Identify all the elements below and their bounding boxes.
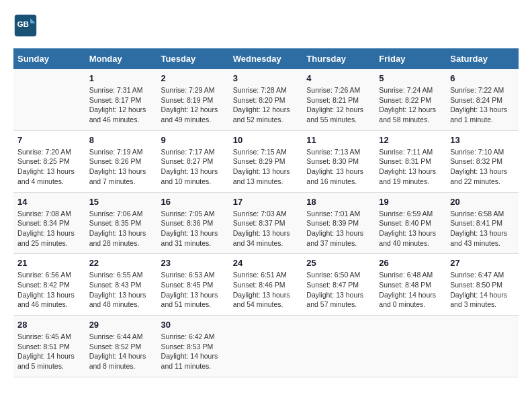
- day-cell: 19Sunrise: 6:59 AM Sunset: 8:40 PM Dayli…: [375, 192, 446, 254]
- day-cell: [375, 316, 446, 377]
- day-info: Sunrise: 7:01 AM Sunset: 8:39 PM Dayligh…: [306, 209, 371, 248]
- column-header-monday: Monday: [85, 48, 157, 69]
- day-number: 13: [450, 135, 515, 145]
- calendar-table: SundayMondayTuesdayWednesdayThursdayFrid…: [13, 48, 519, 377]
- day-info: Sunrise: 7:13 AM Sunset: 8:30 PM Dayligh…: [306, 147, 371, 187]
- day-info: Sunrise: 7:29 AM Sunset: 8:19 PM Dayligh…: [161, 85, 225, 125]
- day-info: Sunrise: 7:22 AM Sunset: 8:24 PM Dayligh…: [450, 85, 515, 125]
- day-cell: 14Sunrise: 7:08 AM Sunset: 8:34 PM Dayli…: [13, 192, 85, 254]
- day-cell: 17Sunrise: 7:03 AM Sunset: 8:37 PM Dayli…: [229, 192, 303, 254]
- day-cell: 11Sunrise: 7:13 AM Sunset: 8:30 PM Dayli…: [302, 130, 375, 192]
- day-cell: 13Sunrise: 7:10 AM Sunset: 8:32 PM Dayli…: [446, 130, 519, 192]
- day-number: 7: [17, 135, 81, 145]
- day-number: 1: [89, 73, 153, 83]
- header-row: SundayMondayTuesdayWednesdayThursdayFrid…: [13, 48, 519, 69]
- day-number: 23: [161, 258, 225, 268]
- day-cell: 3Sunrise: 7:28 AM Sunset: 8:20 PM Daylig…: [229, 69, 303, 130]
- day-number: 27: [450, 258, 515, 268]
- day-number: 12: [379, 135, 442, 145]
- day-info: Sunrise: 7:24 AM Sunset: 8:22 PM Dayligh…: [379, 85, 442, 125]
- day-number: 6: [450, 73, 515, 83]
- day-info: Sunrise: 7:08 AM Sunset: 8:34 PM Dayligh…: [17, 209, 81, 248]
- day-info: Sunrise: 6:59 AM Sunset: 8:40 PM Dayligh…: [379, 209, 442, 248]
- day-info: Sunrise: 7:11 AM Sunset: 8:31 PM Dayligh…: [379, 147, 442, 187]
- day-number: 8: [89, 135, 153, 145]
- day-info: Sunrise: 7:17 AM Sunset: 8:27 PM Dayligh…: [161, 147, 225, 187]
- day-number: 24: [233, 258, 299, 268]
- day-info: Sunrise: 7:03 AM Sunset: 8:37 PM Dayligh…: [233, 209, 299, 248]
- column-header-friday: Friday: [375, 48, 446, 69]
- day-cell: 8Sunrise: 7:19 AM Sunset: 8:26 PM Daylig…: [85, 130, 157, 192]
- day-number: 25: [306, 258, 371, 268]
- svg-text:GB: GB: [17, 19, 29, 28]
- day-number: 4: [306, 73, 371, 83]
- day-number: 15: [89, 197, 153, 207]
- week-row-4: 21Sunrise: 6:56 AM Sunset: 8:42 PM Dayli…: [13, 254, 519, 316]
- day-number: 16: [161, 197, 225, 207]
- day-number: 18: [306, 197, 371, 207]
- day-cell: 4Sunrise: 7:26 AM Sunset: 8:21 PM Daylig…: [302, 69, 375, 130]
- day-info: Sunrise: 7:10 AM Sunset: 8:32 PM Dayligh…: [450, 147, 515, 187]
- day-info: Sunrise: 6:56 AM Sunset: 8:42 PM Dayligh…: [17, 270, 81, 310]
- page-header: GB: [13, 13, 519, 38]
- day-info: Sunrise: 7:19 AM Sunset: 8:26 PM Dayligh…: [89, 147, 153, 187]
- day-cell: [13, 69, 85, 130]
- day-cell: [229, 316, 303, 377]
- day-info: Sunrise: 7:28 AM Sunset: 8:20 PM Dayligh…: [233, 85, 299, 125]
- day-cell: 12Sunrise: 7:11 AM Sunset: 8:31 PM Dayli…: [375, 130, 446, 192]
- day-info: Sunrise: 7:26 AM Sunset: 8:21 PM Dayligh…: [306, 85, 371, 125]
- day-cell: 15Sunrise: 7:06 AM Sunset: 8:35 PM Dayli…: [85, 192, 157, 254]
- day-number: 10: [233, 135, 299, 145]
- day-info: Sunrise: 7:20 AM Sunset: 8:25 PM Dayligh…: [17, 147, 81, 187]
- day-cell: 20Sunrise: 6:58 AM Sunset: 8:41 PM Dayli…: [446, 192, 519, 254]
- day-info: Sunrise: 6:51 AM Sunset: 8:46 PM Dayligh…: [233, 270, 299, 310]
- logo-icon: GB: [13, 13, 38, 38]
- week-row-3: 14Sunrise: 7:08 AM Sunset: 8:34 PM Dayli…: [13, 192, 519, 254]
- column-header-sunday: Sunday: [13, 48, 85, 69]
- day-number: 14: [17, 197, 81, 207]
- day-number: 20: [450, 197, 515, 207]
- day-cell: 5Sunrise: 7:24 AM Sunset: 8:22 PM Daylig…: [375, 69, 446, 130]
- week-row-5: 28Sunrise: 6:45 AM Sunset: 8:51 PM Dayli…: [13, 316, 519, 377]
- day-cell: 21Sunrise: 6:56 AM Sunset: 8:42 PM Dayli…: [13, 254, 85, 316]
- day-cell: 2Sunrise: 7:29 AM Sunset: 8:19 PM Daylig…: [157, 69, 229, 130]
- week-row-1: 1Sunrise: 7:31 AM Sunset: 8:17 PM Daylig…: [13, 69, 519, 130]
- day-number: 5: [379, 73, 442, 83]
- day-info: Sunrise: 6:47 AM Sunset: 8:50 PM Dayligh…: [450, 270, 515, 310]
- day-number: 3: [233, 73, 299, 83]
- day-cell: 22Sunrise: 6:55 AM Sunset: 8:43 PM Dayli…: [85, 254, 157, 316]
- column-header-saturday: Saturday: [446, 48, 519, 69]
- day-info: Sunrise: 6:58 AM Sunset: 8:41 PM Dayligh…: [450, 209, 515, 248]
- day-number: 9: [161, 135, 225, 145]
- day-info: Sunrise: 7:05 AM Sunset: 8:36 PM Dayligh…: [161, 209, 225, 248]
- day-cell: 28Sunrise: 6:45 AM Sunset: 8:51 PM Dayli…: [13, 316, 85, 377]
- day-number: 29: [89, 320, 153, 330]
- day-number: 28: [17, 320, 81, 330]
- day-cell: [446, 316, 519, 377]
- day-info: Sunrise: 6:50 AM Sunset: 8:47 PM Dayligh…: [306, 270, 371, 310]
- day-number: 22: [89, 258, 153, 268]
- day-info: Sunrise: 7:31 AM Sunset: 8:17 PM Dayligh…: [89, 85, 153, 125]
- day-number: 17: [233, 197, 299, 207]
- day-cell: 1Sunrise: 7:31 AM Sunset: 8:17 PM Daylig…: [85, 69, 157, 130]
- day-info: Sunrise: 6:53 AM Sunset: 8:45 PM Dayligh…: [161, 270, 225, 310]
- day-info: Sunrise: 7:06 AM Sunset: 8:35 PM Dayligh…: [89, 209, 153, 248]
- day-cell: 16Sunrise: 7:05 AM Sunset: 8:36 PM Dayli…: [157, 192, 229, 254]
- day-cell: 10Sunrise: 7:15 AM Sunset: 8:29 PM Dayli…: [229, 130, 303, 192]
- day-info: Sunrise: 6:55 AM Sunset: 8:43 PM Dayligh…: [89, 270, 153, 310]
- logo: GB: [13, 13, 42, 38]
- day-cell: 27Sunrise: 6:47 AM Sunset: 8:50 PM Dayli…: [446, 254, 519, 316]
- week-row-2: 7Sunrise: 7:20 AM Sunset: 8:25 PM Daylig…: [13, 130, 519, 192]
- day-cell: 30Sunrise: 6:42 AM Sunset: 8:53 PM Dayli…: [157, 316, 229, 377]
- day-cell: 29Sunrise: 6:44 AM Sunset: 8:52 PM Dayli…: [85, 316, 157, 377]
- column-header-tuesday: Tuesday: [157, 48, 229, 69]
- day-cell: 6Sunrise: 7:22 AM Sunset: 8:24 PM Daylig…: [446, 69, 519, 130]
- column-header-thursday: Thursday: [302, 48, 375, 69]
- day-cell: 23Sunrise: 6:53 AM Sunset: 8:45 PM Dayli…: [157, 254, 229, 316]
- day-cell: 18Sunrise: 7:01 AM Sunset: 8:39 PM Dayli…: [302, 192, 375, 254]
- column-header-wednesday: Wednesday: [229, 48, 303, 69]
- day-info: Sunrise: 7:15 AM Sunset: 8:29 PM Dayligh…: [233, 147, 299, 187]
- day-cell: 24Sunrise: 6:51 AM Sunset: 8:46 PM Dayli…: [229, 254, 303, 316]
- day-number: 26: [379, 258, 442, 268]
- day-info: Sunrise: 6:45 AM Sunset: 8:51 PM Dayligh…: [17, 332, 81, 371]
